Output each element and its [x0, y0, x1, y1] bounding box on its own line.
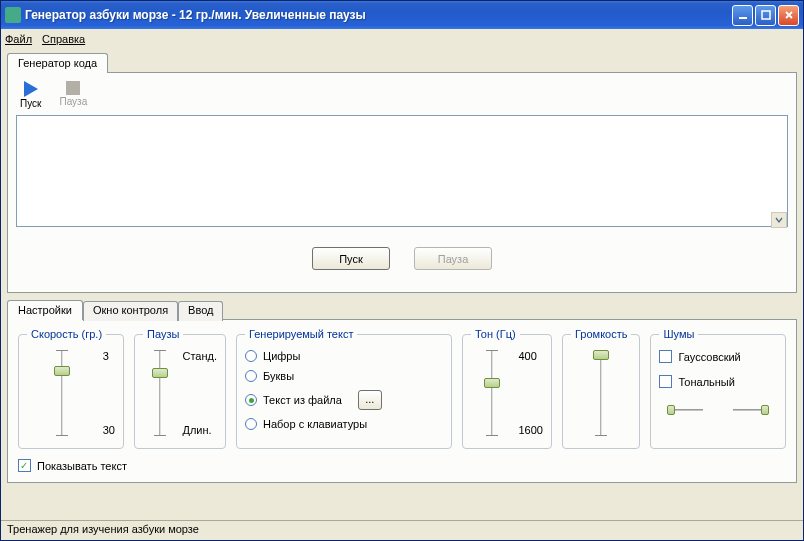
- pause-button[interactable]: Пауза: [414, 247, 492, 270]
- group-pauses: Паузы Станд. Длин.: [134, 328, 226, 449]
- tab-control[interactable]: Окно контроля: [83, 301, 178, 321]
- radio-keyboard[interactable]: Набор с клавиатуры: [245, 418, 443, 430]
- close-icon: [784, 10, 794, 20]
- group-noise: Шумы Гауссовский Тональный: [650, 328, 786, 449]
- minimize-icon: [738, 10, 748, 20]
- play-icon: [24, 81, 38, 97]
- menu-file[interactable]: Файл: [5, 33, 32, 45]
- maximize-button[interactable]: [755, 5, 776, 26]
- titlebar: Генератор азбуки морзе - 12 гр./мин. Уве…: [1, 1, 803, 29]
- app-window: Генератор азбуки морзе - 12 гр./мин. Уве…: [0, 0, 804, 541]
- volume-slider[interactable]: [591, 348, 611, 438]
- check-gaussian[interactable]: Гауссовский: [659, 350, 777, 363]
- toolbar-play[interactable]: Пуск: [20, 81, 41, 109]
- tab-settings[interactable]: Настройки: [7, 300, 83, 320]
- svg-rect-0: [739, 17, 747, 19]
- start-button[interactable]: Пуск: [312, 247, 390, 270]
- group-volume: Громкость: [562, 328, 640, 449]
- close-button[interactable]: [778, 5, 799, 26]
- tab-input[interactable]: Ввод: [178, 301, 223, 321]
- noise-gaussian-slider[interactable]: [667, 404, 703, 416]
- radio-file[interactable]: Текст из файла ...: [245, 390, 443, 410]
- menubar: Файл Справка: [1, 29, 803, 49]
- minimize-button[interactable]: [732, 5, 753, 26]
- app-icon: [5, 7, 21, 23]
- speed-slider[interactable]: [52, 348, 72, 438]
- group-tone: Тон (Гц) 400 1600: [462, 328, 552, 449]
- text-input[interactable]: [16, 115, 788, 227]
- maximize-icon: [761, 10, 771, 20]
- check-show-text[interactable]: ✓ Показывать текст: [18, 459, 786, 472]
- window-title: Генератор азбуки морзе - 12 гр./мин. Уве…: [25, 8, 732, 22]
- settings-panel: Скорость (гр.) 3 30 Пауз: [7, 319, 797, 483]
- chevron-down-icon: [775, 216, 783, 224]
- generator-panel: Пуск Пауза Пуск Пауза: [7, 72, 797, 293]
- pause-icon: [66, 81, 80, 95]
- scroll-down-button[interactable]: [771, 212, 787, 228]
- tone-slider[interactable]: [482, 348, 502, 438]
- radio-digits[interactable]: Цифры: [245, 350, 443, 362]
- group-speed: Скорость (гр.) 3 30: [18, 328, 124, 449]
- svg-rect-1: [762, 11, 770, 19]
- group-generated-text: Генерируемый текст Цифры Буквы Текст из …: [236, 328, 452, 449]
- browse-button[interactable]: ...: [358, 390, 382, 410]
- statusbar: Тренажер для изучения азбуки морзе: [1, 520, 803, 540]
- noise-tonal-slider[interactable]: [733, 404, 769, 416]
- check-tonal[interactable]: Тональный: [659, 375, 777, 388]
- radio-letters[interactable]: Буквы: [245, 370, 443, 382]
- pauses-slider[interactable]: [150, 348, 170, 438]
- toolbar-pause[interactable]: Пауза: [59, 81, 87, 109]
- tab-generator[interactable]: Генератор кода: [7, 53, 108, 73]
- menu-help[interactable]: Справка: [42, 33, 85, 45]
